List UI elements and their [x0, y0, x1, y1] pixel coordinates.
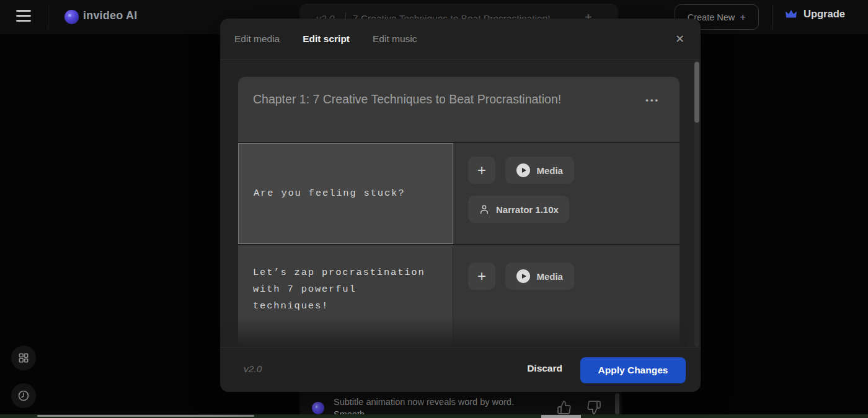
timeline-handle — [541, 415, 581, 418]
chapter-menu-icon[interactable]: ••• — [645, 95, 660, 105]
close-icon[interactable]: ✕ — [675, 33, 684, 45]
upgrade-label: Upgrade — [804, 8, 845, 20]
play-icon — [516, 163, 530, 177]
script-actions-cell: + Media — [453, 245, 680, 347]
templates-button[interactable] — [11, 346, 36, 370]
person-icon — [479, 204, 490, 215]
modal-tab-bar: Edit media Edit script Edit music — [220, 19, 701, 60]
upgrade-button[interactable]: Upgrade — [785, 8, 845, 20]
history-button[interactable] — [11, 383, 36, 408]
assistant-avatar — [312, 402, 324, 414]
plus-icon: + — [740, 11, 746, 24]
modal-scrollbar-thumb[interactable] — [694, 62, 699, 123]
media-button[interactable]: Media — [505, 263, 574, 290]
topbar-divider — [772, 5, 773, 29]
add-scene-button[interactable]: + — [468, 157, 495, 184]
clock-icon — [17, 390, 30, 402]
invideo-logo-icon[interactable] — [64, 10, 79, 24]
modal-footer: v2.0 Discard Apply Changes — [220, 347, 701, 392]
tab-edit-media[interactable]: Edit media — [234, 33, 280, 45]
media-button[interactable]: Media — [505, 157, 574, 184]
thumbs-down-icon[interactable] — [587, 400, 601, 415]
script-row: Let’s zap procrastination with 7 powerfu… — [238, 245, 680, 347]
chapter-card: Chapter 1: 7 Creative Techniques to Beat… — [238, 77, 680, 347]
script-text-cell[interactable]: Are you feeling stuck? — [238, 143, 453, 244]
brand-title: invideo AI — [83, 9, 137, 22]
narrator-button[interactable]: Narrator 1.10x — [468, 196, 569, 223]
script-text-cell[interactable]: Let’s zap procrastination with 7 powerfu… — [238, 245, 453, 347]
script-actions-cell: + Media Narra — [453, 143, 680, 244]
media-label: Media — [536, 271, 563, 282]
narrator-label: Narrator 1.10x — [496, 204, 559, 215]
script-row: Are you feeling stuck? + Media — [238, 143, 680, 244]
discard-button[interactable]: Discard — [527, 363, 562, 374]
script-version-label: v2.0 — [244, 364, 262, 375]
media-label: Media — [536, 165, 563, 176]
topbar-divider — [48, 5, 48, 29]
add-scene-button[interactable]: + — [468, 263, 495, 290]
assistant-message-line1: Subtitle animation now reveals word by w… — [334, 396, 551, 408]
chat-scrollbar-thumb[interactable] — [615, 393, 619, 414]
script-scroll-area: Chapter 1: 7 Creative Techniques to Beat… — [220, 61, 701, 347]
chapter-header: Chapter 1: 7 Creative Techniques to Beat… — [238, 77, 680, 142]
chapter-title: Chapter 1: 7 Creative Techniques to Beat… — [253, 90, 631, 108]
play-icon — [516, 269, 530, 283]
thumbs-up-icon[interactable] — [557, 400, 572, 415]
apply-changes-button[interactable]: Apply Changes — [580, 357, 686, 383]
tab-edit-script[interactable]: Edit script — [303, 33, 350, 45]
timeline-bar — [37, 415, 254, 417]
dashboard-grid-icon — [17, 352, 30, 364]
crown-icon — [785, 9, 797, 19]
edit-script-modal: Edit media Edit script Edit music ✕ Chap… — [220, 19, 701, 392]
tab-edit-music[interactable]: Edit music — [373, 33, 417, 45]
menu-icon[interactable] — [16, 10, 31, 24]
timeline-strip — [0, 414, 868, 418]
